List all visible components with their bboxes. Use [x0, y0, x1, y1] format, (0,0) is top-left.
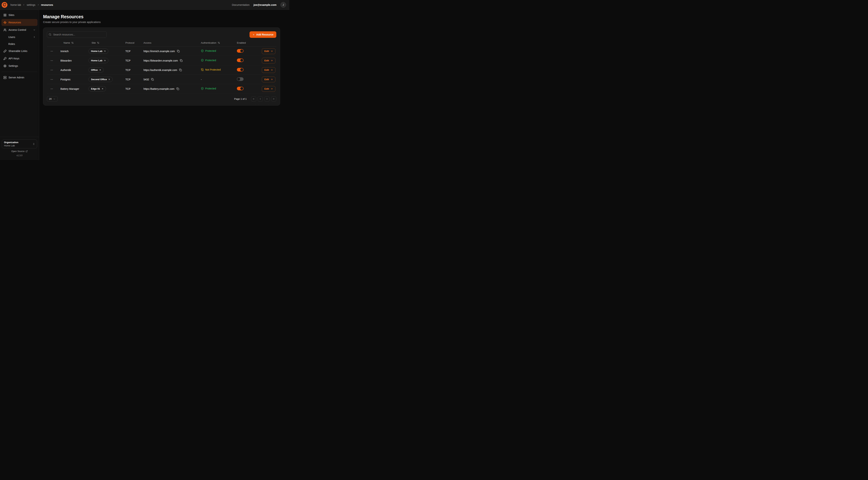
- sort-icon[interactable]: [71, 41, 74, 44]
- sidebar-item-label: Users: [8, 36, 15, 38]
- arrow-right-icon: [271, 50, 273, 52]
- arrow-up-right-icon: [104, 60, 106, 62]
- site-link-button[interactable]: Edge 01: [89, 86, 106, 91]
- site-link-button[interactable]: Office: [89, 67, 104, 72]
- arrow-up-right-icon: [108, 79, 110, 81]
- breadcrumb-org[interactable]: home-lab: [10, 3, 21, 6]
- chevron-down-icon: [33, 29, 35, 31]
- header-authentication[interactable]: Authentication: [198, 41, 234, 44]
- search-box: [47, 31, 106, 38]
- header-site[interactable]: Site: [86, 41, 123, 44]
- user-email[interactable]: joe@example.com: [253, 3, 277, 6]
- shield-off-icon: [201, 68, 204, 71]
- version-label: v1.3.0: [2, 154, 37, 157]
- sidebar-item-sites[interactable]: Sites: [1, 11, 37, 19]
- sort-icon[interactable]: [97, 41, 99, 44]
- pagination-last-button[interactable]: [271, 96, 276, 101]
- table-row: Immich Home Lab TCP https://immich.examp…: [47, 47, 276, 56]
- chevron-right-icon: [23, 4, 25, 6]
- sidebar-item-label: Settings: [8, 64, 18, 67]
- row-menu-button[interactable]: [50, 78, 54, 82]
- sidebar-item-resources[interactable]: Resources: [1, 19, 37, 26]
- resources-card: Add Resource Name Site Protocol: [43, 28, 280, 106]
- search-input[interactable]: [47, 31, 106, 38]
- pagination: Page 1 of 1: [234, 96, 276, 101]
- header-protocol: Protocol: [123, 41, 141, 44]
- sidebar-item-roles[interactable]: Roles: [1, 41, 37, 47]
- resource-name: Battery Manager: [58, 87, 86, 90]
- organization-selector[interactable]: Organization Home Lab: [2, 140, 37, 148]
- page-title: Manage Resources: [43, 14, 285, 19]
- resource-protocol: TCP: [123, 50, 141, 53]
- documentation-link[interactable]: Documentation: [232, 3, 250, 6]
- sidebar: Sites Resources Access Control Users: [0, 10, 39, 160]
- site-link-button[interactable]: Home Lab: [89, 49, 108, 54]
- pagination-next-button[interactable]: [265, 96, 270, 101]
- resource-access: https://battery.example.com: [144, 87, 175, 90]
- table-row: Postgres Second Office TCP 5432: [47, 75, 276, 84]
- chevron-down-icon: [53, 98, 55, 100]
- enabled-toggle[interactable]: [237, 77, 244, 81]
- sidebar-item-api-keys[interactable]: API Keys: [1, 55, 37, 62]
- header-access: Access: [141, 41, 198, 44]
- row-menu-button[interactable]: [50, 59, 54, 63]
- users-icon: [3, 28, 6, 31]
- resource-name: Postgres: [58, 78, 86, 81]
- arrow-right-icon: [271, 88, 273, 90]
- header-name[interactable]: Name: [58, 41, 86, 44]
- pagination-prev-button[interactable]: [258, 96, 263, 101]
- sidebar-item-shareable-links[interactable]: Shareable Links: [1, 48, 37, 55]
- open-source-link[interactable]: Open Source: [2, 150, 37, 153]
- server-icon: [3, 76, 6, 79]
- breadcrumb-settings[interactable]: settings: [27, 3, 35, 6]
- edit-button[interactable]: Edit: [262, 67, 275, 73]
- pagination-first-button[interactable]: [251, 96, 256, 101]
- avatar[interactable]: J: [280, 2, 286, 8]
- main-content: Manage Resources Create secure proxies t…: [39, 10, 289, 160]
- add-resource-button[interactable]: Add Resource: [250, 31, 276, 38]
- copy-button[interactable]: [180, 59, 183, 62]
- app-logo-icon[interactable]: [1, 2, 8, 8]
- edit-button[interactable]: Edit: [262, 86, 275, 92]
- copy-button[interactable]: [151, 78, 154, 81]
- row-menu-button[interactable]: [50, 87, 54, 91]
- copy-button[interactable]: [179, 68, 182, 72]
- sidebar-item-users[interactable]: Users: [1, 34, 37, 40]
- resource-protocol: TCP: [123, 59, 141, 62]
- sidebar-item-label: Server Admin: [8, 76, 24, 79]
- copy-button[interactable]: [177, 50, 180, 53]
- table-header-row: Name Site Protocol Access Authenticati: [47, 39, 276, 47]
- gear-icon: [3, 64, 6, 67]
- enabled-toggle[interactable]: [237, 68, 244, 71]
- sidebar-item-settings[interactable]: Settings: [1, 62, 37, 69]
- row-menu-button[interactable]: [50, 68, 54, 72]
- resources-table: Name Site Protocol Access Authenticati: [47, 39, 276, 94]
- sidebar-item-label: Resources: [8, 21, 21, 24]
- waypoints-icon: [3, 21, 6, 24]
- external-link-icon: [26, 150, 28, 152]
- enabled-toggle[interactable]: [237, 58, 244, 62]
- organization-value: Home Lab: [4, 144, 18, 147]
- copy-icon: [151, 78, 154, 81]
- enabled-toggle[interactable]: [237, 87, 244, 90]
- enabled-toggle[interactable]: [237, 49, 244, 53]
- resource-protocol: TCP: [123, 87, 141, 90]
- site-link-button[interactable]: Second Office: [89, 77, 113, 82]
- search-icon: [49, 33, 52, 36]
- edit-button[interactable]: Edit: [262, 48, 275, 54]
- sidebar-item-server-admin[interactable]: Server Admin: [1, 74, 37, 81]
- edit-button[interactable]: Edit: [262, 77, 275, 82]
- add-resource-label: Add Resource: [256, 33, 273, 36]
- resource-name: Authentik: [58, 69, 86, 71]
- arrow-right-icon: [271, 78, 273, 81]
- sidebar-item-access-control[interactable]: Access Control: [1, 26, 37, 33]
- arrow-up-right-icon: [99, 69, 101, 71]
- site-link-button[interactable]: Home Lab: [89, 58, 108, 63]
- toggle-knob: [240, 50, 243, 52]
- sort-icon[interactable]: [218, 41, 220, 44]
- copy-button[interactable]: [176, 87, 180, 90]
- table-row: Authentik Office TCP https://authentik.e…: [47, 65, 276, 75]
- page-size-select[interactable]: 20: [47, 96, 58, 102]
- edit-button[interactable]: Edit: [262, 58, 275, 63]
- row-menu-button[interactable]: [50, 49, 54, 53]
